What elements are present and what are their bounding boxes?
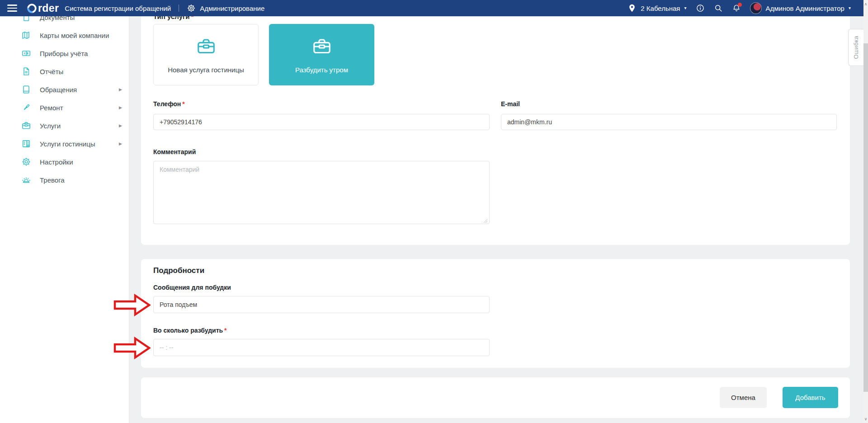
- sidebar-item[interactable]: Документы: [0, 16, 129, 26]
- app-subtitle: Система регистрации обращений: [65, 5, 171, 12]
- sidebar-item[interactable]: Тревога: [0, 171, 129, 189]
- user-menu[interactable]: Админов Администратор ▾: [750, 2, 851, 14]
- service-type-option-wakeup[interactable]: Разбудить утром: [269, 24, 374, 85]
- sidebar-item-label: Карты моей компании: [40, 32, 109, 39]
- navbar-right: 2 Кабельная ▾ Админов Администратор ▾: [627, 0, 851, 16]
- sidebar-item-label: Настройки: [40, 158, 73, 166]
- resize-handle-icon[interactable]: [483, 219, 488, 223]
- location-selector[interactable]: 2 Кабельная ▾: [627, 4, 686, 13]
- sidebar-item-label: Обращения: [40, 86, 77, 94]
- required-mark: *: [182, 100, 184, 108]
- chevron-down-icon: ▾: [849, 6, 851, 10]
- wake-message-label: Сообщения для побудки: [153, 284, 231, 291]
- details-card: Подробности Сообщения для побудки Во ско…: [141, 259, 850, 368]
- services-icon: [21, 121, 31, 131]
- hamburger-menu-icon[interactable]: [5, 2, 20, 14]
- sidebar-item-label: Услуги: [40, 122, 61, 130]
- sidebar-item-label: Услуги гостиницы: [40, 140, 95, 148]
- error-side-tab[interactable]: Ошибка: [848, 29, 863, 66]
- email-label: E-mail: [501, 100, 520, 108]
- sidebar-menu: ДокументыКарты моей компанииПриборы учёт…: [0, 16, 129, 189]
- app-logo[interactable]: rder: [26, 2, 59, 14]
- user-name: Админов Администратор: [766, 5, 844, 12]
- cancel-button[interactable]: Отмена: [720, 387, 767, 408]
- document-icon: [21, 16, 31, 22]
- top-navbar: rder Система регистрации обращений Админ…: [0, 0, 863, 16]
- phone-input[interactable]: [153, 114, 490, 130]
- settings-icon: [21, 157, 31, 167]
- sidebar: ДокументыКарты моей компанииПриборы учёт…: [0, 16, 129, 423]
- meter-icon: [21, 48, 31, 58]
- details-heading: Подробности: [153, 266, 204, 275]
- sidebar-item-label: Ремонт: [40, 104, 63, 112]
- phone-label: Телефон*: [153, 100, 185, 108]
- scrollbar-up-arrow-icon[interactable]: ∧: [863, 1, 868, 7]
- search-icon[interactable]: [714, 4, 723, 13]
- sidebar-item[interactable]: Услуги гостиницы▶: [0, 135, 129, 153]
- chevron-down-icon: ▾: [684, 6, 687, 10]
- location-pin-icon: [627, 4, 637, 13]
- chevron-right-icon: ▶: [119, 106, 122, 110]
- service-type-option-hotel[interactable]: Новая услуга гостиницы: [153, 24, 259, 85]
- appeals-icon: [21, 85, 31, 94]
- logo-o-icon: [26, 3, 38, 14]
- page-scrollbar[interactable]: ∧ ∨: [863, 0, 868, 423]
- scrollbar-down-arrow-icon[interactable]: ∨: [863, 416, 868, 422]
- sidebar-item[interactable]: Ремонт▶: [0, 99, 129, 117]
- sidebar-item[interactable]: Услуги▶: [0, 117, 129, 135]
- info-icon[interactable]: [696, 4, 705, 13]
- sidebar-item-label: Приборы учёта: [40, 50, 88, 57]
- notifications-bell[interactable]: [732, 4, 741, 13]
- report-icon: [21, 66, 31, 76]
- submit-button[interactable]: Добавить: [783, 387, 838, 408]
- nav-administration-label: Администрирование: [200, 5, 264, 12]
- sidebar-item-label: Отчёты: [40, 68, 63, 75]
- wake-time-input[interactable]: [153, 339, 490, 356]
- sidebar-item-label: Тревога: [40, 176, 65, 184]
- error-side-tab-label: Ошибка: [853, 36, 859, 59]
- required-mark: *: [224, 327, 226, 334]
- email-input[interactable]: [501, 114, 837, 130]
- sidebar-item[interactable]: Карты моей компании: [0, 26, 129, 44]
- service-type-option-label: Новая услуга гостиницы: [168, 66, 244, 74]
- avatar: [750, 2, 762, 14]
- briefcase-icon: [196, 36, 217, 57]
- location-label: 2 Кабельная: [641, 5, 680, 12]
- wake-message-input[interactable]: [153, 296, 490, 313]
- wake-time-label: Во сколько разбудить*: [153, 327, 227, 334]
- briefcase-icon: [311, 36, 332, 57]
- sidebar-item-label: Документы: [40, 16, 75, 21]
- logo-text: rder: [38, 2, 59, 14]
- nav-administration[interactable]: Администрирование: [187, 4, 264, 13]
- service-form-card: Тип услуги* Новая услуга гостиницы Р: [141, 8, 850, 245]
- sidebar-item[interactable]: Отчёты: [0, 62, 129, 80]
- navbar-divider: [179, 5, 179, 12]
- sidebar-item[interactable]: Обращения▶: [0, 80, 129, 99]
- hotel-icon: [21, 139, 31, 149]
- alarm-icon: [21, 175, 31, 185]
- map-icon: [21, 30, 31, 40]
- chevron-right-icon: ▶: [119, 88, 122, 92]
- actions-card: Отмена Добавить: [141, 377, 850, 418]
- chevron-right-icon: ▶: [119, 142, 122, 146]
- comment-label: Комментарий: [153, 148, 196, 155]
- scrollbar-thumb[interactable]: [863, 43, 868, 392]
- service-type-option-label: Разбудить утром: [295, 66, 348, 74]
- sidebar-item[interactable]: Настройки: [0, 153, 129, 171]
- repair-icon: [21, 103, 31, 113]
- notification-badge: [738, 3, 742, 7]
- sidebar-item[interactable]: Приборы учёта: [0, 44, 129, 62]
- page: rder Система регистрации обращений Админ…: [0, 0, 868, 423]
- chevron-right-icon: ▶: [119, 124, 122, 128]
- comment-textarea[interactable]: [153, 161, 490, 224]
- gear-icon: [187, 4, 196, 13]
